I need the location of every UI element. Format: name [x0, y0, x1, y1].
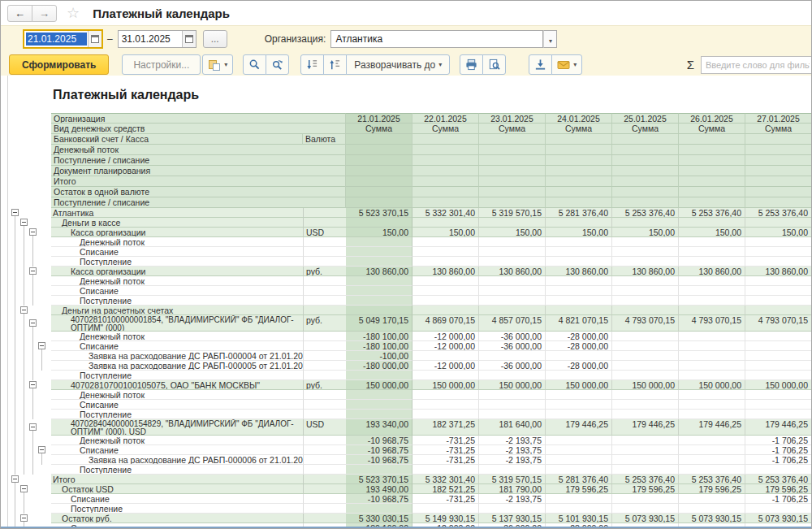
- row-currency[interactable]: [303, 445, 346, 455]
- value-cell[interactable]: [479, 218, 546, 228]
- value-cell[interactable]: [479, 390, 546, 400]
- value-cell[interactable]: [479, 286, 546, 296]
- value-cell[interactable]: [479, 237, 546, 247]
- row-label[interactable]: Поступление: [51, 296, 303, 306]
- filter-input[interactable]: [701, 56, 812, 74]
- value-cell[interactable]: 193 490,00: [346, 484, 412, 494]
- value-cell[interactable]: [346, 257, 412, 267]
- value-cell[interactable]: 130 860,00: [679, 267, 745, 276]
- value-cell[interactable]: [679, 351, 745, 361]
- value-cell[interactable]: [479, 276, 546, 286]
- value-cell[interactable]: [612, 465, 679, 475]
- value-cell[interactable]: [479, 351, 546, 361]
- value-cell[interactable]: 130 860,00: [612, 267, 679, 276]
- value-cell[interactable]: [612, 306, 679, 315]
- value-cell[interactable]: [679, 341, 745, 351]
- value-cell[interactable]: -36 000,00: [479, 341, 546, 351]
- value-cell[interactable]: [346, 276, 412, 286]
- row-currency[interactable]: [303, 351, 346, 361]
- value-cell[interactable]: [745, 218, 811, 228]
- value-cell[interactable]: [546, 436, 612, 445]
- row-currency[interactable]: USD: [303, 419, 346, 436]
- value-cell[interactable]: -1 706,25: [745, 494, 811, 504]
- value-cell[interactable]: [612, 332, 679, 341]
- value-cell[interactable]: 4 821 070,15: [546, 315, 612, 332]
- value-cell[interactable]: [679, 504, 745, 514]
- value-cell[interactable]: [745, 296, 811, 306]
- row-label[interactable]: Списание: [51, 400, 303, 410]
- row-label[interactable]: Деньги в кассе: [51, 218, 303, 228]
- value-cell[interactable]: [546, 445, 612, 455]
- row-label[interactable]: Заявка на расходование ДС РАБП-000006 от…: [51, 455, 303, 465]
- row-collapse-expander[interactable]: [29, 228, 37, 236]
- value-cell[interactable]: 5 253 376,40: [679, 475, 745, 484]
- row-currency[interactable]: [303, 455, 346, 465]
- value-cell[interactable]: 5 049 170,15: [346, 315, 412, 332]
- row-label[interactable]: Денежный поток: [51, 332, 303, 341]
- row-label[interactable]: Списание: [51, 445, 303, 455]
- value-cell[interactable]: 5 523 370,15: [346, 208, 412, 218]
- value-cell[interactable]: [346, 237, 412, 247]
- value-cell[interactable]: [679, 390, 745, 400]
- row-currency[interactable]: [303, 237, 346, 247]
- value-cell[interactable]: [679, 410, 745, 419]
- value-cell[interactable]: 130 860,00: [412, 267, 479, 276]
- value-cell[interactable]: 181 790,00: [479, 484, 546, 494]
- calendar-icon[interactable]: [88, 31, 102, 47]
- value-cell[interactable]: -12 000,00: [412, 341, 479, 351]
- value-cell[interactable]: [479, 400, 546, 410]
- value-cell[interactable]: [479, 465, 546, 475]
- row-label[interactable]: Касса организации: [51, 228, 303, 237]
- value-cell[interactable]: [679, 257, 745, 267]
- value-cell[interactable]: -731,25: [412, 455, 479, 465]
- value-cell[interactable]: 130 860,00: [546, 267, 612, 276]
- row-currency[interactable]: [303, 306, 346, 315]
- value-cell[interactable]: 179 446,25: [612, 419, 679, 436]
- row-label[interactable]: 40702840400000154829, "ВЛАДИМИРСКИЙ" ФБ …: [51, 419, 303, 436]
- row-label[interactable]: Итого: [51, 475, 303, 484]
- value-cell[interactable]: [612, 410, 679, 419]
- value-cell[interactable]: 5 319 570,15: [479, 475, 546, 484]
- value-cell[interactable]: 150,00: [546, 228, 612, 237]
- value-cell[interactable]: -180 000,00: [346, 361, 412, 371]
- value-cell[interactable]: [612, 257, 679, 267]
- value-cell[interactable]: 5 253 376,40: [612, 208, 679, 218]
- value-cell[interactable]: 4 793 070,15: [745, 315, 811, 332]
- row-currency[interactable]: руб.: [303, 380, 346, 390]
- date-from-field[interactable]: 21.01.2025: [24, 30, 102, 48]
- sum-sigma-icon[interactable]: Σ: [687, 58, 694, 72]
- value-cell[interactable]: [745, 371, 811, 380]
- value-cell[interactable]: [546, 504, 612, 514]
- value-cell[interactable]: [412, 257, 479, 267]
- value-cell[interactable]: [612, 436, 679, 445]
- value-cell[interactable]: [679, 237, 745, 247]
- value-cell[interactable]: 5 523 370,15: [346, 475, 412, 484]
- value-cell[interactable]: [546, 465, 612, 475]
- value-cell[interactable]: -180 100,00: [346, 332, 412, 341]
- organization-dropdown-button[interactable]: ▾: [543, 30, 557, 48]
- value-cell[interactable]: [612, 504, 679, 514]
- row-label[interactable]: Денежный поток: [51, 436, 303, 445]
- row-label[interactable]: Поступление: [51, 371, 303, 380]
- value-cell[interactable]: 4 793 070,15: [612, 315, 679, 332]
- value-cell[interactable]: 150 000,00: [745, 380, 811, 390]
- value-cell[interactable]: -10 968,75: [346, 494, 412, 504]
- row-collapse-expander[interactable]: [20, 219, 28, 226]
- row-collapse-expander[interactable]: [20, 514, 28, 522]
- value-cell[interactable]: -28 000,00: [546, 332, 612, 341]
- value-cell[interactable]: 5 149 930,15: [412, 514, 479, 523]
- row-label[interactable]: Денежный поток: [51, 276, 303, 286]
- row-collapse-expander[interactable]: [29, 319, 37, 327]
- value-cell[interactable]: 5 253 376,40: [745, 475, 811, 484]
- value-cell[interactable]: [546, 286, 612, 296]
- row-currency[interactable]: [303, 208, 346, 218]
- value-cell[interactable]: 5 253 376,40: [679, 208, 745, 218]
- value-cell[interactable]: 179 596,25: [612, 484, 679, 494]
- row-currency[interactable]: [303, 332, 346, 341]
- value-cell[interactable]: 179 446,25: [546, 419, 612, 436]
- value-cell[interactable]: 150,00: [412, 228, 479, 237]
- value-cell[interactable]: [679, 436, 745, 445]
- row-label[interactable]: Поступление: [51, 410, 303, 419]
- value-cell[interactable]: [679, 455, 745, 465]
- value-cell[interactable]: 150,00: [745, 228, 811, 237]
